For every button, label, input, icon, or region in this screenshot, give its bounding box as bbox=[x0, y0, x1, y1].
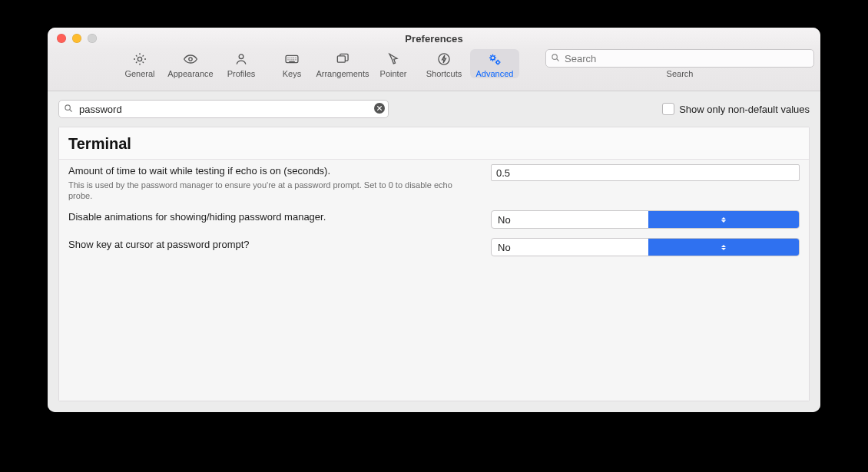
cursor-icon bbox=[385, 51, 402, 68]
window-title: Preferences bbox=[48, 33, 820, 45]
checkbox-icon bbox=[662, 103, 674, 115]
setting-hint: This is used by the password manager to … bbox=[68, 180, 468, 202]
setting-echo-wait-field[interactable] bbox=[491, 164, 800, 181]
toolbar-appearance[interactable]: Appearance bbox=[166, 49, 215, 78]
toolbar-search: Search bbox=[545, 49, 814, 78]
show-nondefault-toggle[interactable]: Show only non-default values bbox=[662, 103, 810, 115]
toolbar-general[interactable]: General bbox=[115, 49, 164, 78]
settings-rows: Amount of time to wait while testing if … bbox=[59, 160, 809, 401]
bolt-icon bbox=[436, 51, 452, 68]
select-value: No bbox=[498, 242, 648, 253]
show-nondefault-label: Show only non-default values bbox=[679, 104, 810, 115]
titlebar: Preferences bbox=[48, 28, 820, 49]
setting-echo-wait: Amount of time to wait while testing if … bbox=[59, 160, 809, 206]
minimize-window-button[interactable] bbox=[72, 34, 81, 43]
toolbar-label: Shortcuts bbox=[426, 69, 462, 78]
setting-disable-pm-animations: Disable animations for showing/hiding pa… bbox=[59, 206, 809, 233]
toolbar-arrangements[interactable]: Arrangements bbox=[318, 49, 367, 78]
toolbar-keys[interactable]: Keys bbox=[267, 49, 316, 78]
svg-point-8 bbox=[552, 54, 557, 59]
svg-point-5 bbox=[439, 54, 449, 64]
gears-icon bbox=[486, 51, 503, 68]
select-value: No bbox=[498, 214, 648, 226]
settings-filter-field[interactable] bbox=[58, 100, 389, 118]
svg-point-6 bbox=[491, 56, 495, 60]
windows-icon bbox=[334, 51, 351, 68]
preferences-window: Preferences General Appear bbox=[48, 28, 820, 412]
filter-bar: Show only non-default values bbox=[48, 91, 820, 127]
zoom-window-button[interactable] bbox=[88, 34, 97, 43]
setting-show-key-at-cursor: Show key at cursor at password prompt? N… bbox=[59, 233, 809, 261]
setting-show-key-at-cursor-select[interactable]: No bbox=[491, 238, 800, 256]
toolbar-profiles[interactable]: Profiles bbox=[217, 49, 266, 78]
chevrons-icon bbox=[648, 211, 799, 228]
setting-label: Show key at cursor at password prompt? bbox=[68, 238, 483, 252]
section-title: Terminal bbox=[59, 127, 809, 160]
svg-point-0 bbox=[137, 57, 141, 61]
setting-disable-pm-animations-select[interactable]: No bbox=[491, 210, 800, 229]
toolbar: General Appearance Profiles bbox=[48, 49, 820, 91]
content: Show only non-default values Terminal Am… bbox=[48, 91, 820, 412]
svg-point-2 bbox=[239, 54, 244, 59]
search-icon bbox=[550, 52, 561, 63]
svg-point-9 bbox=[65, 105, 70, 110]
toolbar-label: Profiles bbox=[227, 69, 256, 78]
toolbar-search-label: Search bbox=[667, 69, 694, 78]
search-icon bbox=[63, 103, 74, 114]
toolbar-search-field[interactable] bbox=[545, 49, 814, 68]
toolbar-label: Arrangements bbox=[316, 69, 369, 78]
clear-filter-icon[interactable] bbox=[374, 103, 385, 114]
setting-label: Amount of time to wait while testing if … bbox=[68, 164, 483, 178]
svg-point-1 bbox=[189, 58, 192, 61]
toolbar-shortcuts[interactable]: Shortcuts bbox=[419, 49, 469, 78]
window-controls bbox=[57, 34, 97, 43]
gear-icon bbox=[131, 51, 148, 68]
chevrons-icon bbox=[648, 239, 799, 256]
toolbar-label: Pointer bbox=[380, 69, 407, 78]
close-window-button[interactable] bbox=[57, 34, 66, 43]
svg-point-7 bbox=[496, 61, 499, 64]
toolbar-label: Advanced bbox=[476, 69, 514, 78]
settings-panel: Terminal Amount of time to wait while te… bbox=[58, 127, 810, 401]
keyboard-icon bbox=[283, 51, 300, 68]
toolbar-advanced[interactable]: Advanced bbox=[470, 49, 519, 78]
toolbar-label: Appearance bbox=[167, 69, 213, 78]
eye-icon bbox=[182, 51, 199, 68]
setting-label: Disable animations for showing/hiding pa… bbox=[68, 210, 483, 224]
person-icon bbox=[233, 51, 250, 68]
toolbar-label: Keys bbox=[283, 69, 301, 78]
toolbar-pointer[interactable]: Pointer bbox=[369, 49, 418, 78]
svg-rect-4 bbox=[337, 56, 345, 62]
toolbar-label: General bbox=[124, 69, 154, 78]
